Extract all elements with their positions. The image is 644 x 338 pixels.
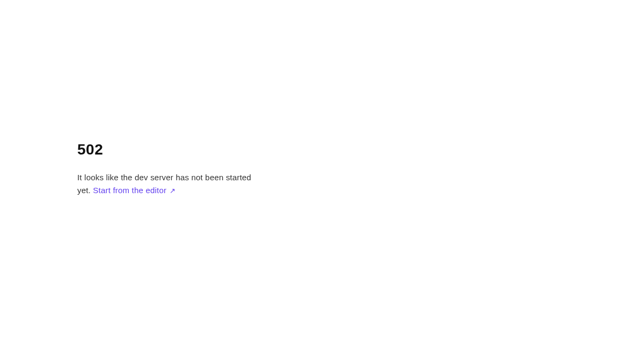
error-message: It looks like the dev server has not bee…: [77, 171, 258, 197]
editor-link-text: Start from the editor: [93, 186, 169, 195]
error-container: 502 It looks like the dev server has not…: [0, 141, 258, 197]
external-arrow-icon: ↗: [170, 186, 175, 197]
error-code: 502: [77, 141, 258, 158]
start-editor-link[interactable]: Start from the editor ↗: [93, 186, 175, 195]
